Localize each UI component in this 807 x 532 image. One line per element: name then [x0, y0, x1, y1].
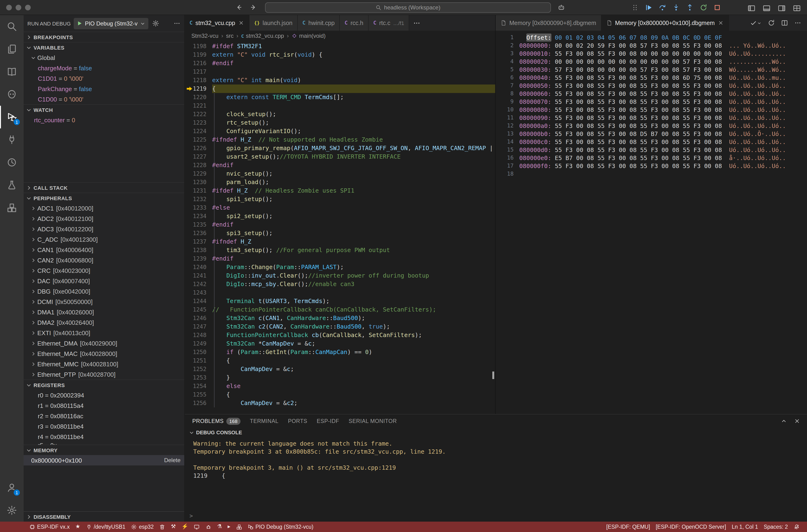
statusbar-esp-idf-version[interactable]: ESP-IDF vx.x — [26, 521, 73, 532]
customize-layout-button[interactable] — [792, 3, 801, 13]
close-tab-button[interactable] — [717, 20, 723, 26]
code-line-1226[interactable]: 1226 gpio_primary_remap(AFIO_MAPR_SWJ_CF… — [185, 144, 495, 152]
code-line-1253[interactable]: 1253 } — [185, 374, 495, 382]
launch-config-dropdown[interactable]: PIO Debug (Stm32-v — [73, 18, 148, 29]
code-line-1254[interactable]: 1254 else — [185, 382, 495, 391]
code-line-1225[interactable]: 1225#ifndef H_Z // Not supported on Head… — [185, 135, 495, 144]
split-editor-button[interactable] — [781, 19, 788, 26]
peripheral-row[interactable]: DMA2[0x40026400] — [24, 317, 184, 328]
statusbar-pio-home[interactable]: ★ — [73, 521, 83, 532]
statusbar-indentation[interactable]: Spaces: 2 — [761, 521, 791, 532]
memory-item-row[interactable]: 0x8000000+0x100Delete — [24, 455, 184, 466]
activity-serial-plug[interactable] — [0, 128, 24, 151]
memory-line[interactable]: 15080000d0: 55 F3 00 08 55 F3 00 08 55 F… — [498, 146, 807, 154]
peripheral-row[interactable]: Ethernet_DMA[0x40029000] — [24, 338, 184, 348]
statusbar-notifications[interactable] — [791, 521, 802, 532]
memory-line[interactable]: 18 — [498, 170, 807, 178]
panel-tab-PROBLEMS[interactable]: PROBLEMS168 — [192, 418, 240, 424]
code-line-1229[interactable]: 1229 nvic_setup(); — [185, 169, 495, 178]
command-center[interactable]: headless (Workspace) — [265, 2, 551, 13]
peripheral-row[interactable]: DMA1[0x40026000] — [24, 307, 184, 317]
code-line-1230[interactable]: 1230 parm_load(); — [185, 178, 495, 187]
code-line-1252[interactable]: 1252 CanMapDev = &c; — [185, 365, 495, 374]
register-row[interactable]: r0 = 0x20002394 — [24, 390, 184, 400]
minimize-window-button[interactable] — [16, 4, 21, 10]
editor-tab-hwinit.cpp[interactable]: Chwinit.cpp — [298, 15, 340, 31]
more-actions-button[interactable] — [794, 19, 801, 26]
section-watch[interactable]: WATCH — [24, 104, 184, 115]
code-line-1234[interactable]: 1234 spi2_setup(); — [185, 212, 495, 221]
code-line-1249[interactable]: 1249 Stm32Can *CanMapDev = &c; — [185, 339, 495, 348]
peripheral-row[interactable]: Ethernet_MMC[0x40028100] — [24, 359, 184, 369]
close-window-button[interactable] — [6, 4, 12, 10]
statusbar-full-clean[interactable] — [157, 521, 168, 532]
peripheral-row[interactable]: CAN1[0x40006400] — [24, 245, 184, 255]
restart-button[interactable] — [699, 3, 708, 12]
step-over-button[interactable] — [658, 3, 667, 12]
section-call-stack[interactable]: CALL STACK — [24, 182, 184, 193]
memory-line[interactable]: 908000070: 55 F3 00 08 55 F3 00 08 55 F3… — [498, 98, 807, 106]
memory-line[interactable]: 708000050: 55 F3 00 08 55 F3 00 08 55 F3… — [498, 82, 807, 90]
memory-line[interactable]: 608000040: 55 F3 00 08 55 F3 00 08 55 F3… — [498, 74, 807, 82]
code-line-1255[interactable]: 1255 { — [185, 391, 495, 399]
code-line-1223[interactable]: 1223 rtc_setup(); — [185, 118, 495, 127]
memory-line[interactable]: 1008000080: 55 F3 00 08 55 F3 00 08 55 F… — [498, 106, 807, 114]
code-line-1248[interactable]: 1248 FunctionPointerCallback cb(CanCallb… — [185, 331, 495, 339]
panel-tab-TERMINAL[interactable]: TERMINAL — [250, 418, 278, 424]
code-line-1233[interactable]: 1233#else — [185, 204, 495, 212]
panel-tab-SERIAL MONITOR[interactable]: SERIAL MONITOR — [349, 418, 397, 424]
editor-tab-stm32_vcu.cpp[interactable]: Cstm32_vcu.cpp — [185, 15, 249, 31]
drag-grip-button[interactable] — [630, 3, 640, 12]
code-line-1222[interactable]: 1222 clock_setup(); — [185, 110, 495, 118]
code-line-1241[interactable]: 1241 DigIo::inv_out.Clear();//inverter p… — [185, 271, 495, 280]
code-line-1198[interactable]: 1198#ifdef STM32F1 — [185, 42, 495, 51]
forward-icon[interactable] — [250, 4, 257, 11]
statusbar-device-target[interactable]: esp32 — [128, 521, 157, 532]
breadcrumb-item[interactable]: main(void) — [292, 33, 326, 39]
code-line-1247[interactable]: 1247 Stm32Can c2(CAN2, CanHardware::Baud… — [185, 322, 495, 331]
register-row[interactable]: r4 = 0x08011be4 — [24, 432, 184, 442]
statusbar-esp-idf-openocd[interactable]: [ESP-IDF: OpenOCD Server] — [653, 521, 729, 532]
memory-tab-Memory [0x8000000+0x100].dbgmem[interactable]: Memory [0x8000000+0x100].dbgmem — [602, 15, 729, 31]
peripheral-row[interactable]: EXTI[0x40013c00] — [24, 328, 184, 338]
code-line-1240[interactable]: 1240 Param::Change(Param::PARAM_LAST); — [185, 263, 495, 271]
step-into-button[interactable] — [672, 3, 681, 12]
delete-button[interactable]: Delete — [164, 457, 181, 463]
activity-settings[interactable] — [0, 499, 24, 521]
peripheral-row[interactable]: ADC2[0x40012100] — [24, 213, 184, 224]
code-line-1245[interactable]: 1245// FunctionPointerCallback canCb(Can… — [185, 305, 495, 314]
activity-search[interactable] — [0, 15, 24, 38]
statusbar-serial-port[interactable]: /dev/ttyUSB1 — [83, 521, 128, 532]
statusbar-unit-test[interactable]: ⚗ — [214, 521, 225, 532]
code-line-1238[interactable]: 1238 tim3_setup(); //For general purpose… — [185, 246, 495, 254]
panel-tab-ESP-IDF[interactable]: ESP-IDF — [317, 418, 339, 424]
memory-tab-Memory [0x8000090+8].dbgmem[interactable]: Memory [0x8000090+8].dbgmem — [496, 15, 602, 31]
memory-line[interactable]: 808000060: 55 F3 00 08 55 F3 00 08 55 F3… — [498, 90, 807, 98]
statusbar-terminal[interactable]: ▸ — [225, 521, 233, 532]
code-line-1219[interactable]: 1219{ — [185, 84, 495, 93]
memory-line[interactable]: 308000010: 55 F3 00 08 55 F3 00 08 00 00… — [498, 50, 807, 58]
toggle-live-update-button[interactable] — [750, 19, 762, 26]
close-tab-button[interactable] — [238, 20, 244, 26]
start-debug-icon[interactable] — [76, 20, 82, 26]
toggle-primary-sidebar-button[interactable] — [747, 3, 756, 13]
code-line-1242[interactable]: 1242 DigIo::mcp_sby.Clear();//enable can… — [185, 280, 495, 288]
variable-row[interactable]: C1D01 = 0 '\000' — [24, 73, 184, 83]
section-variables[interactable]: VARIABLES — [24, 42, 184, 52]
peripheral-row[interactable]: ADC1[0x40012000] — [24, 203, 184, 213]
memory-line[interactable]: 14080000c0: 55 F3 00 08 55 F3 00 08 55 F… — [498, 138, 807, 146]
code-line-1217[interactable]: 1217 — [185, 68, 495, 76]
code-line-1228[interactable]: 1228#endif — [185, 161, 495, 169]
register-row[interactable]: r1 = 0x080115a4 — [24, 400, 184, 411]
peripheral-row[interactable]: CAN2[0x40006800] — [24, 255, 184, 265]
memory-line[interactable]: 13080000b0: 55 F3 00 08 55 F3 00 08 D5 B… — [498, 130, 807, 138]
editor-tab-rtc.c[interactable]: Crtc.c…/f1 — [369, 15, 409, 31]
activity-testing[interactable] — [0, 174, 24, 196]
breadcrumb-item[interactable]: Stm32-vcu — [191, 33, 219, 39]
editor-tab-launch.json[interactable]: {}launch.json — [249, 15, 298, 31]
statusbar-debug-device[interactable] — [203, 521, 214, 532]
statusbar-pio-debug[interactable]: PIO Debug (Stm32-vcu) — [245, 521, 316, 532]
copilot-icon[interactable] — [557, 4, 565, 11]
memory-line[interactable]: 408000020: 00 00 00 00 00 00 00 00 00 00… — [498, 58, 807, 65]
statusbar-size-analysis[interactable] — [233, 521, 245, 532]
